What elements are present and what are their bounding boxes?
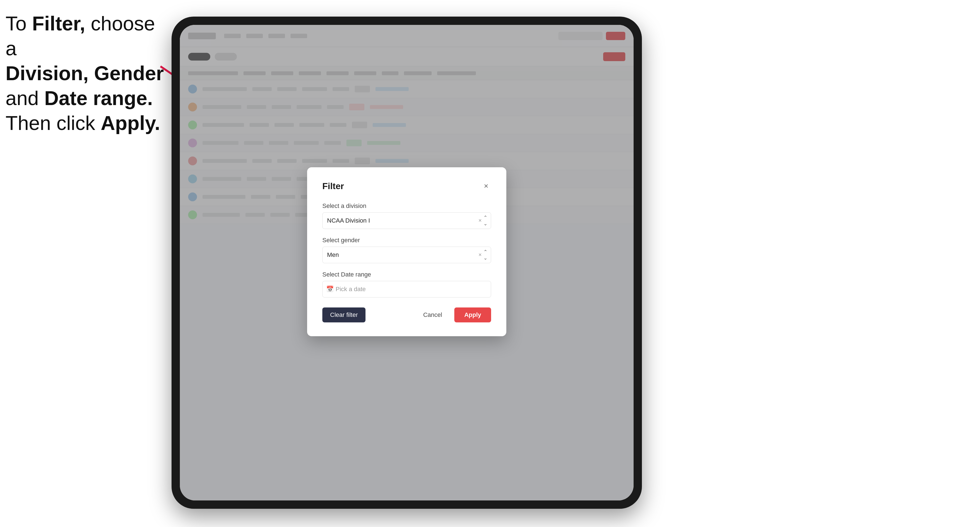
instruction-line1: To Filter, choose a	[6, 13, 155, 59]
gender-label: Select gender	[322, 237, 491, 244]
modal-header: Filter ×	[322, 181, 491, 191]
clear-filter-button[interactable]: Clear filter	[322, 308, 366, 322]
instruction-line4: Then click Apply.	[6, 112, 160, 134]
instruction-bold2: Division, Gender	[6, 62, 164, 84]
date-input-field[interactable]	[322, 281, 491, 297]
tablet-screen: Filter × Select a division NCAA Division…	[180, 25, 633, 500]
division-select-value: NCAA Division I	[327, 217, 370, 224]
cancel-button[interactable]: Cancel	[415, 308, 450, 322]
division-chevron-icon: ⌃⌄	[484, 214, 487, 227]
division-select-wrapper[interactable]: NCAA Division I × ⌃⌄	[322, 212, 491, 229]
division-clear-icon[interactable]: ×	[478, 217, 482, 224]
gender-select-icons: × ⌃⌄	[478, 249, 487, 261]
date-form-group: Select Date range 📅 Pick a date	[322, 271, 491, 297]
gender-clear-icon[interactable]: ×	[478, 252, 482, 258]
division-select-icons: × ⌃⌄	[478, 214, 487, 227]
gender-select-wrapper[interactable]: Men × ⌃⌄	[322, 247, 491, 263]
date-label: Select Date range	[322, 271, 491, 278]
modal-close-button[interactable]: ×	[481, 181, 491, 191]
gender-form-group: Select gender Men × ⌃⌄	[322, 237, 491, 263]
modal-footer: Clear filter Cancel Apply	[322, 308, 491, 322]
modal-title: Filter	[322, 181, 344, 191]
modal-overlay: Filter × Select a division NCAA Division…	[180, 25, 633, 500]
apply-button[interactable]: Apply	[454, 308, 491, 322]
gender-select-value: Men	[327, 251, 339, 259]
gender-chevron-icon: ⌃⌄	[484, 249, 487, 261]
instruction-line3: and Date range.	[6, 87, 153, 109]
instruction-text: To Filter, choose a Division, Gender and…	[6, 11, 166, 135]
division-label: Select a division	[322, 202, 491, 210]
date-input-wrapper[interactable]: 📅 Pick a date	[322, 281, 491, 297]
filter-modal: Filter × Select a division NCAA Division…	[307, 167, 506, 336]
tablet-device: Filter × Select a division NCAA Division…	[172, 17, 642, 509]
modal-footer-right: Cancel Apply	[415, 308, 491, 322]
division-form-group: Select a division NCAA Division I × ⌃⌄	[322, 202, 491, 229]
